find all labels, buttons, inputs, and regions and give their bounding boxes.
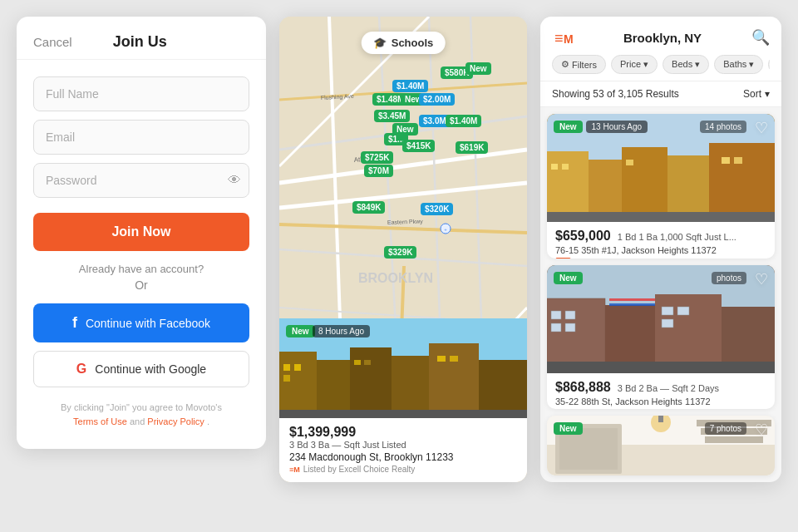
- privacy-link[interactable]: Privacy Policy: [147, 416, 204, 426]
- listing-photo-3: New 7 photos ♡: [547, 416, 775, 475]
- listing-new-badge-3: New: [554, 422, 583, 435]
- listing-address-1: 76-15 35th #1J, Jackson Heights 11372: [555, 245, 766, 255]
- svg-rect-30: [479, 360, 527, 418]
- svg-rect-44: [547, 151, 589, 222]
- eye-icon[interactable]: 👁: [228, 173, 241, 188]
- svg-rect-31: [283, 364, 290, 371]
- results-count: Showing 53 of 3,105 Results: [552, 88, 679, 100]
- listing-new-badge-2: New: [554, 272, 583, 284]
- price-tag-725k[interactable]: $725K: [361, 151, 393, 164]
- filter-chip-baths[interactable]: Baths ▾: [714, 55, 763, 74]
- filter-chip-beds[interactable]: Beds ▾: [663, 55, 709, 74]
- listing-address-2: 35-22 88th St, Jackson Heights 11372: [555, 397, 766, 406]
- filter-chip-price[interactable]: Price ▾: [611, 55, 658, 74]
- map-card-info: $1,399,999 3 Bd 3 Ba — Sqft Just Listed …: [279, 418, 527, 482]
- map-new-badge: New: [286, 325, 315, 337]
- listing-price-2: $868,888: [555, 380, 611, 395]
- listing-badge-row-1: New 13 Hours Ago: [554, 121, 648, 133]
- svg-rect-29: [429, 343, 479, 418]
- svg-rect-65: [662, 307, 673, 315]
- map-card-details: 3 Bd 3 Ba — Sqft Just Listed: [289, 440, 517, 450]
- svg-rect-34: [354, 360, 361, 365]
- svg-rect-59: [655, 294, 722, 373]
- listing-photos-count-3: 7 photos: [705, 422, 746, 435]
- svg-text:+: +: [444, 227, 447, 232]
- map-hours-badge: 8 Hours Ago: [313, 325, 370, 337]
- movoto-icon: ≡ M: [552, 27, 574, 48]
- location-text: Brooklyn, NY: [623, 31, 702, 45]
- listing-badge-row-3: New: [554, 422, 583, 435]
- listing-heart-2[interactable]: ♡: [755, 270, 768, 288]
- svg-rect-25: [279, 352, 317, 418]
- svg-rect-50: [562, 164, 569, 170]
- map-panel: Atlantic Ave Eastern Pkwy Flushing Ave O…: [279, 17, 527, 482]
- price-tag-415k[interactable]: $415K: [402, 140, 435, 152]
- listing-photos-count-2: photos: [712, 272, 746, 284]
- schools-pill[interactable]: 🎓 Schools: [362, 32, 446, 54]
- agent-logo-2: ≡M: [555, 409, 571, 410]
- results-row: Showing 53 of 3,105 Results Sort ▾: [540, 81, 781, 107]
- listing-price-row-2: $868,888 3 Bd 2 Ba — Sqft 2 Days: [555, 380, 766, 395]
- svg-rect-66: [677, 307, 689, 315]
- agent-logo-1: ≡M: [555, 258, 571, 259]
- filter-chip-hon[interactable]: Hon: [768, 55, 770, 74]
- svg-rect-69: [609, 303, 655, 306]
- listing-price-1: $659,000: [555, 229, 611, 244]
- or-divider: Or: [33, 278, 249, 292]
- svg-rect-35: [364, 360, 371, 365]
- price-tag-70m[interactable]: $70M: [364, 165, 393, 177]
- already-account-text: Already have an account?: [33, 263, 249, 275]
- chevron-down-icon: ▾: [765, 88, 770, 100]
- main-container: Cancel Join Us 👁 Join Now Already have a…: [0, 0, 798, 532]
- full-name-field[interactable]: [33, 76, 249, 111]
- map-photo: New 8 Hours Ago: [279, 318, 527, 418]
- svg-rect-62: [565, 311, 575, 319]
- map-canvas: Atlantic Ave Eastern Pkwy Flushing Ave O…: [279, 17, 527, 482]
- map-card-listed: ≡M Listed by Excell Choice Realty: [289, 465, 517, 474]
- listing-heart-3[interactable]: ♡: [755, 421, 768, 439]
- listing-info-2: $868,888 3 Bd 2 Ba — Sqft 2 Days 35-22 8…: [547, 373, 775, 410]
- join-now-button[interactable]: Join Now: [33, 213, 249, 251]
- svg-rect-61: [551, 311, 561, 319]
- price-tag-329k[interactable]: $329K: [384, 246, 416, 259]
- google-button[interactable]: G Continue with Google: [33, 351, 249, 387]
- price-tag-140m[interactable]: $1.40M: [392, 80, 428, 92]
- filter-icon: ⚙: [561, 59, 569, 70]
- listing-agent-1: ≡M Listed by Bond New York Properties LL…: [555, 258, 766, 259]
- svg-rect-46: [622, 147, 667, 222]
- listing-card-3: New 7 photos ♡: [547, 416, 775, 475]
- movoto-logo-small: ≡M: [289, 466, 300, 474]
- price-tag-619k[interactable]: $619K: [456, 141, 488, 154]
- price-tag-200m[interactable]: $2.00M: [419, 93, 455, 106]
- listings-top-row: ≡ M Brooklyn, NY 🔍: [552, 27, 770, 48]
- listing-card-1: New 13 Hours Ago 14 photos ♡ $659,000 1 …: [547, 114, 775, 259]
- price-tag-new1[interactable]: New: [466, 62, 491, 75]
- password-wrap: 👁: [33, 163, 249, 198]
- map-card-address: 234 Macdonough St, Brooklyn 11233: [289, 451, 517, 463]
- school-icon: 🎓: [373, 37, 387, 49]
- listing-heart-1[interactable]: ♡: [755, 119, 768, 137]
- facebook-button[interactable]: f Continue with Facebook: [33, 303, 249, 342]
- email-field[interactable]: [33, 120, 249, 155]
- join-title: Join Us: [113, 33, 167, 51]
- search-icon[interactable]: 🔍: [751, 28, 770, 47]
- price-tag-345m[interactable]: $3.45M: [374, 110, 410, 122]
- svg-rect-48: [709, 143, 775, 222]
- sort-button[interactable]: Sort ▾: [743, 88, 770, 100]
- price-tag-320k[interactable]: $320K: [421, 203, 453, 215]
- svg-rect-32: [294, 364, 301, 371]
- listings-scroll[interactable]: New 13 Hours Ago 14 photos ♡ $659,000 1 …: [540, 107, 781, 482]
- join-panel: Cancel Join Us 👁 Join Now Already have a…: [17, 17, 266, 449]
- listing-photos-count-1: 14 photos: [700, 121, 746, 133]
- listing-photo-2: New photos ♡: [547, 265, 775, 373]
- price-tag-140m2[interactable]: $1.40M: [446, 115, 481, 127]
- price-tag-849k[interactable]: $849K: [352, 201, 385, 214]
- cancel-button[interactable]: Cancel: [33, 35, 72, 49]
- google-icon: G: [76, 362, 86, 377]
- svg-rect-33: [283, 375, 290, 382]
- terms-link[interactable]: Terms of Use: [73, 416, 127, 426]
- listing-card-2: New photos ♡ $868,888 3 Bd 2 Ba — Sqft 2…: [547, 265, 775, 410]
- password-field[interactable]: [33, 163, 249, 198]
- svg-rect-49: [551, 164, 558, 170]
- filter-chip-filters[interactable]: ⚙ Filters: [552, 55, 606, 74]
